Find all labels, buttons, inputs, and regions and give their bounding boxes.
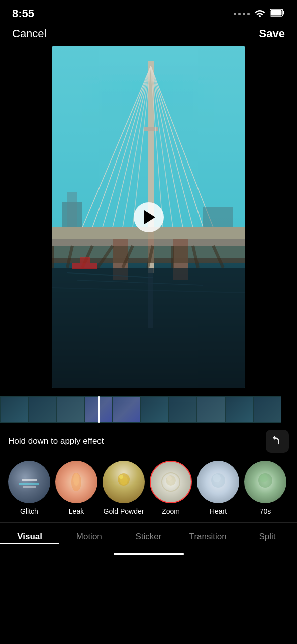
status-time: 8:55 (12, 7, 34, 20)
timeline-thumb-2 (28, 396, 56, 423)
bottom-tabs: Visual Motion Sticker Transition Split (0, 522, 297, 547)
tab-visual[interactable]: Visual (0, 530, 59, 544)
timeline-playhead (98, 396, 100, 423)
play-icon (144, 210, 155, 224)
effect-leak[interactable]: Leak (55, 461, 97, 515)
effect-heart[interactable]: Heart (197, 461, 239, 515)
effect-gold-powder[interactable]: Gold Powder (103, 461, 145, 515)
undo-button[interactable] (266, 430, 289, 453)
timeline-section (0, 388, 297, 423)
svg-point-53 (167, 476, 172, 481)
svg-point-55 (213, 474, 221, 482)
svg-rect-1 (283, 11, 285, 15)
effect-zoom-thumb (150, 461, 192, 503)
undo-icon (271, 435, 283, 447)
effect-leak-label: Leak (69, 507, 84, 515)
effect-zoom[interactable]: Zoom (150, 461, 192, 515)
video-preview (52, 46, 245, 388)
timeline-strip[interactable] (0, 396, 297, 423)
hold-text: Hold down to apply effect (8, 436, 104, 446)
effect-glitch-label: Glitch (20, 507, 38, 515)
timeline-thumb-5-selected (113, 396, 141, 423)
timeline-thumb-9 (225, 396, 253, 423)
svg-rect-44 (19, 483, 39, 485)
status-icons (234, 8, 285, 19)
timeline-thumb-10 (253, 396, 281, 423)
effect-70s[interactable]: 70s (244, 461, 286, 515)
wifi-icon (254, 8, 266, 19)
save-button[interactable]: Save (259, 27, 285, 40)
svg-rect-2 (271, 10, 282, 16)
home-bar (114, 553, 184, 555)
svg-rect-45 (23, 486, 36, 488)
status-bar: 8:55 (0, 0, 297, 25)
cancel-button[interactable]: Cancel (12, 27, 46, 40)
svg-rect-39 (67, 192, 77, 227)
effect-glitch[interactable]: Glitch (8, 461, 50, 515)
svg-rect-41 (72, 263, 97, 269)
effect-gold-powder-label: Gold Powder (104, 507, 144, 515)
home-indicator (0, 547, 297, 559)
effect-gold-powder-thumb (103, 461, 145, 503)
svg-rect-43 (22, 479, 37, 481)
timeline-thumb-3 (56, 396, 84, 423)
effect-heart-thumb (197, 461, 239, 503)
svg-rect-40 (203, 207, 233, 227)
effect-heart-label: Heart (210, 507, 227, 515)
effect-glitch-thumb (8, 461, 50, 503)
battery-icon (270, 9, 285, 19)
timeline-thumb-6 (141, 396, 169, 423)
svg-rect-37 (148, 268, 153, 328)
effect-zoom-label: Zoom (162, 507, 180, 515)
tab-split[interactable]: Split (238, 530, 297, 544)
svg-rect-20 (52, 239, 245, 246)
hold-section: Hold down to apply effect (0, 423, 297, 458)
svg-point-57 (260, 474, 268, 482)
effect-70s-thumb (244, 461, 286, 503)
tab-transition[interactable]: Transition (178, 530, 238, 544)
tab-sticker[interactable]: Sticker (119, 530, 178, 544)
timeline-thumb-7 (169, 396, 197, 423)
tab-motion[interactable]: Motion (59, 530, 119, 544)
signal-dots-icon (234, 13, 250, 15)
play-button[interactable] (134, 202, 164, 232)
top-bar: Cancel Save (0, 25, 297, 46)
effect-leak-thumb (55, 461, 97, 503)
svg-point-47 (73, 473, 79, 486)
timeline-thumb-8 (197, 396, 225, 423)
svg-rect-42 (80, 257, 90, 263)
effect-70s-label: 70s (260, 507, 271, 515)
svg-point-50 (119, 475, 123, 479)
effects-row: Glitch Leak Gold Powder (0, 458, 297, 517)
timeline-thumb-1 (0, 396, 28, 423)
